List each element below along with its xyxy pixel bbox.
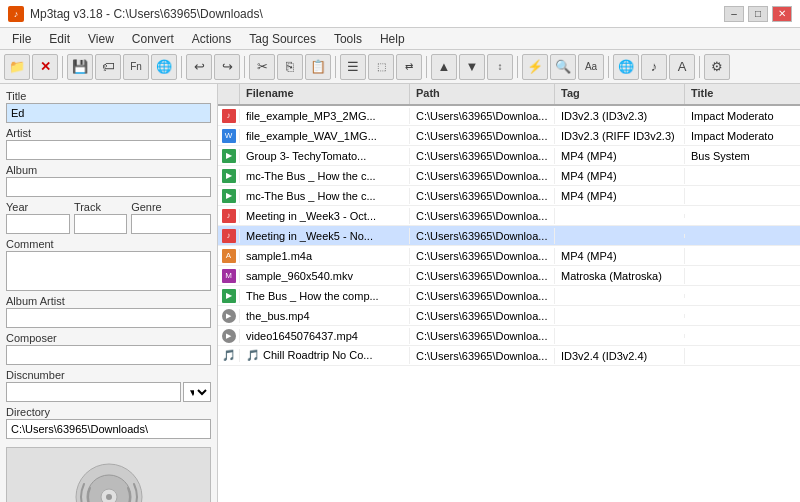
file-type-icon: M [222,269,236,283]
table-row[interactable]: A sample1.m4a C:\Users\63965\Downloa... … [218,246,800,266]
table-row[interactable]: ▶ The Bus _ How the comp... C:\Users\639… [218,286,800,306]
toolbar-paste-button[interactable]: 📋 [305,54,331,80]
close-button[interactable]: ✕ [772,6,792,22]
year-field-group: Year [6,201,70,234]
toolbar-select-all-button[interactable]: ☰ [340,54,366,80]
cell-tag: MP4 (MP4) [555,248,685,264]
discnumber-input[interactable] [6,382,181,402]
table-row[interactable]: ▶ Group 3- TechyTomato... C:\Users\63965… [218,146,800,166]
artist-input[interactable] [6,140,211,160]
discnumber-select[interactable]: ▼ [183,382,211,402]
menu-item-file[interactable]: File [4,30,39,48]
title-input[interactable] [6,103,211,123]
toolbar-format-button[interactable]: Aa [578,54,604,80]
table-row[interactable]: ♪ file_example_MP3_2MG... C:\Users\63965… [218,106,800,126]
toolbar-sep-3 [244,56,245,78]
cell-tag: ID3v2.3 (ID3v2.3) [555,108,685,124]
discnumber-field-group: Discnumber ▼ [6,369,211,402]
table-row[interactable]: ▶ mc-The Bus _ How the c... C:\Users\639… [218,186,800,206]
menu-item-actions[interactable]: Actions [184,30,239,48]
title-label: Title [6,90,211,102]
track-input[interactable] [74,214,127,234]
cell-icon: ♪ [218,229,240,243]
menu-item-help[interactable]: Help [372,30,413,48]
cell-title [685,294,800,298]
cell-tag: MP4 (MP4) [555,148,685,164]
file-list-body[interactable]: ♪ file_example_MP3_2MG... C:\Users\63965… [218,106,800,502]
comment-input[interactable] [6,251,211,291]
toolbar-amazon-button[interactable]: A [669,54,695,80]
cell-title [685,234,800,238]
toolbar-select-none-button[interactable]: ⬚ [368,54,394,80]
genre-input[interactable] [131,214,211,234]
year-label: Year [6,201,70,213]
menu-item-tag-sources[interactable]: Tag Sources [241,30,324,48]
cell-title [685,334,800,338]
col-header-filename[interactable]: Filename [240,84,410,104]
menu-item-convert[interactable]: Convert [124,30,182,48]
col-header-title[interactable]: Title [685,84,800,104]
composer-input[interactable] [6,345,211,365]
disc-icon [74,462,144,502]
toolbar-delete-button[interactable]: ✕ [32,54,58,80]
toolbar-filter-button[interactable]: 🔍 [550,54,576,80]
title-field-group: Title [6,90,211,123]
cell-filename: Meeting in _Week5 - No... [240,228,410,244]
toolbar-sort-button[interactable]: ↕ [487,54,513,80]
year-input[interactable] [6,214,70,234]
table-row[interactable]: ▶ video1645076437.mp4 C:\Users\63965\Dow… [218,326,800,346]
col-header-icon[interactable] [218,84,240,104]
menu-item-tools[interactable]: Tools [326,30,370,48]
toolbar-tag-discogs-button[interactable]: 🌐 [151,54,177,80]
minimize-button[interactable]: – [724,6,744,22]
toolbar-settings-button[interactable]: ⚙ [704,54,730,80]
toolbar-open-button[interactable]: 📁 [4,54,30,80]
toolbar-cut-button[interactable]: ✂ [249,54,275,80]
file-type-icon: A [222,249,236,263]
table-row[interactable]: ♪ Meeting in _Week5 - No... C:\Users\639… [218,226,800,246]
cell-path: C:\Users\63965\Downloa... [410,288,555,304]
app-icon: ♪ [8,6,24,22]
cell-filename: sample_960x540.mkv [240,268,410,284]
table-row[interactable]: ▶ mc-The Bus _ How the c... C:\Users\639… [218,166,800,186]
directory-input[interactable] [6,419,211,439]
cell-tag: ID3v2.4 (ID3v2.4) [555,348,685,364]
toolbar-save-button[interactable]: 💾 [67,54,93,80]
table-row[interactable]: W file_example_WAV_1MG... C:\Users\63965… [218,126,800,146]
cell-path: C:\Users\63965\Downloa... [410,308,555,324]
file-type-icon: ♪ [222,209,236,223]
cell-filename: video1645076437.mp4 [240,328,410,344]
toolbar-move-up-button[interactable]: ▲ [431,54,457,80]
table-row[interactable]: ▶ the_bus.mp4 C:\Users\63965\Downloa... [218,306,800,326]
album-label: Album [6,164,211,176]
toolbar-sep-8 [699,56,700,78]
cell-title: Bus System [685,148,800,164]
toolbar-undo-button[interactable]: ↩ [186,54,212,80]
col-header-path[interactable]: Path [410,84,555,104]
genre-label: Genre [131,201,211,213]
toolbar-actions-button[interactable]: ⚡ [522,54,548,80]
menu-item-edit[interactable]: Edit [41,30,78,48]
album-input[interactable] [6,177,211,197]
toolbar-move-down-button[interactable]: ▼ [459,54,485,80]
toolbar-freedb-button[interactable]: ♪ [641,54,667,80]
toolbar-filename-tag-button[interactable]: Fn [123,54,149,80]
col-header-tag[interactable]: Tag [555,84,685,104]
toolbar-redo-button[interactable]: ↪ [214,54,240,80]
cell-path: C:\Users\63965\Downloa... [410,168,555,184]
table-row[interactable]: ♪ Meeting in _Week3 - Oct... C:\Users\63… [218,206,800,226]
toolbar-web-button[interactable]: 🌐 [613,54,639,80]
toolbar-invert-button[interactable]: ⇄ [396,54,422,80]
table-row[interactable]: M sample_960x540.mkv C:\Users\63965\Down… [218,266,800,286]
cell-title: Impact Moderato [685,108,800,124]
toolbar-tag-filename-button[interactable]: 🏷 [95,54,121,80]
album-artist-input[interactable] [6,308,211,328]
cell-filename: file_example_MP3_2MG... [240,108,410,124]
maximize-button[interactable]: □ [748,6,768,22]
menu-item-view[interactable]: View [80,30,122,48]
toolbar-copy-button[interactable]: ⎘ [277,54,303,80]
cell-icon: ▶ [218,309,240,323]
cell-path: C:\Users\63965\Downloa... [410,348,555,364]
cell-tag: MP4 (MP4) [555,188,685,204]
table-row[interactable]: 🎵 🎵 Chill Roadtrip No Co... C:\Users\639… [218,346,800,366]
